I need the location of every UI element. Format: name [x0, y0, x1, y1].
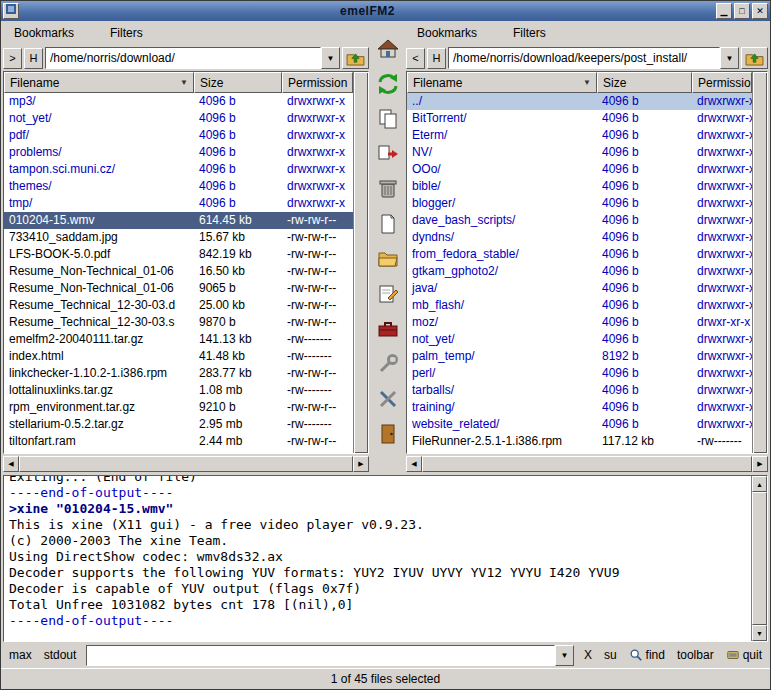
- trash-button[interactable]: [374, 177, 401, 203]
- toolbar-button[interactable]: toolbar: [675, 647, 716, 663]
- file-row[interactable]: tarballs/4096 bdrwxrwxr-x: [407, 382, 752, 399]
- left-home-letter-button[interactable]: H: [24, 48, 43, 69]
- toolbox-button[interactable]: [374, 317, 401, 343]
- file-row[interactable]: Resume_Technical_12-30-03.d25.00 kb-rw-r…: [4, 297, 353, 314]
- scroll-left-arrow-icon[interactable]: ◀: [3, 456, 19, 472]
- left-col-size[interactable]: Size: [194, 72, 282, 93]
- right-history-button[interactable]: <: [406, 48, 425, 69]
- file-row[interactable]: bible/4096 bdrwxrwxr-x: [407, 178, 752, 195]
- x-kill-button[interactable]: X: [582, 647, 594, 663]
- quit-button[interactable]: quit: [724, 647, 764, 663]
- left-col-filename[interactable]: Filename ▼: [4, 72, 194, 93]
- scroll-left-arrow-icon[interactable]: ◀: [406, 456, 422, 472]
- scroll-up-arrow-icon[interactable]: ▲: [752, 476, 767, 492]
- scroll-right-arrow-icon[interactable]: ▶: [353, 456, 369, 472]
- file-row[interactable]: 010204-15.wmv614.45 kb-rw-rw-r--: [4, 212, 353, 229]
- file-row[interactable]: Resume_Non-Technical_01-069065 b-rw-rw-r…: [4, 280, 353, 297]
- file-row[interactable]: ../4096 bdrwxrwxr-x: [407, 93, 752, 110]
- left-gohome-button[interactable]: [342, 47, 369, 69]
- left-history-button[interactable]: >: [3, 48, 22, 69]
- file-row[interactable]: not_yet/4096 bdrwxrwxr-x: [407, 331, 752, 348]
- file-row[interactable]: tmp/4096 bdrwxrwxr-x: [4, 195, 353, 212]
- file-row[interactable]: FileRunner-2.5.1-1.i386.rpm117.12 kb-rw-…: [407, 433, 752, 450]
- find-button[interactable]: find: [627, 647, 667, 663]
- file-row[interactable]: website_related/4096 bdrwxrwxr-x: [407, 416, 752, 433]
- left-horizontal-scrollbar[interactable]: ◀ ▶: [3, 456, 369, 472]
- file-row[interactable]: index.html41.48 kb-rw-------: [4, 348, 353, 365]
- file-row[interactable]: gtkam_gphoto2/4096 bdrwxrwxr-x: [407, 263, 752, 280]
- file-row[interactable]: 733410_saddam.jpg15.67 kb-rw-rw-r--: [4, 229, 353, 246]
- file-row[interactable]: dyndns/4096 bdrwxrwxr-x: [407, 229, 752, 246]
- file-row[interactable]: OOo/4096 bdrwxrwxr-x: [407, 161, 752, 178]
- scroll-right-arrow-icon[interactable]: ▶: [752, 456, 768, 472]
- titlebar[interactable]: emelFM2 ▁ □ ✕: [1, 1, 770, 21]
- file-row[interactable]: blogger/4096 bdrwxrwxr-x: [407, 195, 752, 212]
- file-row[interactable]: dave_bash_scripts/4096 bdrwxrwxr-x: [407, 212, 752, 229]
- copy-button[interactable]: [374, 107, 401, 133]
- left-path-input[interactable]: [45, 47, 321, 69]
- left-path-dropdown-button[interactable]: ▼: [321, 47, 340, 69]
- file-row[interactable]: problems/4096 bdrwxrwxr-x: [4, 144, 353, 161]
- file-row[interactable]: Resume_Non-Technical_01-0616.50 kb-rw-rw…: [4, 263, 353, 280]
- file-row[interactable]: LFS-BOOK-5.0.pdf842.19 kb-rw-rw-r--: [4, 246, 353, 263]
- file-row[interactable]: Eterm/4096 bdrwxrwxr-x: [407, 127, 752, 144]
- edit-button[interactable]: [374, 282, 401, 308]
- file-row[interactable]: not_yet/4096 bdrwxrwxr-x: [4, 110, 353, 127]
- file-row[interactable]: mb_flash/4096 bdrwxrwxr-x: [407, 297, 752, 314]
- right-home-letter-button[interactable]: H: [427, 48, 446, 69]
- left-menu-bookmarks[interactable]: Bookmarks: [10, 24, 78, 42]
- max-button[interactable]: max: [7, 647, 34, 663]
- scroll-thumb[interactable]: [19, 456, 353, 472]
- left-vertical-scrollbar[interactable]: [353, 72, 368, 453]
- open-folder-button[interactable]: [374, 247, 401, 273]
- file-row[interactable]: tiltonfart.ram2.44 mb-rw-rw-r--: [4, 433, 353, 450]
- home-button[interactable]: [374, 37, 401, 63]
- file-row[interactable]: perl/4096 bdrwxrwxr-x: [407, 365, 752, 382]
- output-vertical-scrollbar[interactable]: ▲ ▼: [751, 476, 767, 641]
- scroll-thumb[interactable]: [422, 456, 752, 472]
- new-file-button[interactable]: [374, 212, 401, 238]
- right-menu-filters[interactable]: Filters: [509, 24, 550, 42]
- window-menu-button[interactable]: [3, 3, 19, 19]
- file-row[interactable]: training/4096 bdrwxrwxr-x: [407, 399, 752, 416]
- file-row[interactable]: from_fedora_stable/4096 bdrwxrwxr-x: [407, 246, 752, 263]
- right-path-dropdown-button[interactable]: ▼: [720, 47, 739, 69]
- right-horizontal-scrollbar[interactable]: ◀ ▶: [406, 456, 768, 472]
- file-row[interactable]: lottalinuxlinks.tar.gz1.08 mb-rw-------: [4, 382, 353, 399]
- file-row[interactable]: mp3/4096 bdrwxrwxr-x: [4, 93, 353, 110]
- right-menu-bookmarks[interactable]: Bookmarks: [413, 24, 481, 42]
- right-gohome-button[interactable]: [741, 47, 768, 69]
- command-input[interactable]: [86, 645, 555, 666]
- right-path-input[interactable]: [448, 47, 720, 69]
- command-dropdown-button[interactable]: ▼: [555, 645, 574, 666]
- file-row[interactable]: linkchecker-1.10.2-1.i386.rpm283.77 kb-r…: [4, 365, 353, 382]
- file-row[interactable]: NV/4096 bdrwxrwxr-x: [407, 144, 752, 161]
- file-row[interactable]: java/4096 bdrwxrwxr-x: [407, 280, 752, 297]
- left-menu-filters[interactable]: Filters: [106, 24, 147, 42]
- left-col-permission[interactable]: Permission: [282, 72, 353, 93]
- file-row[interactable]: themes/4096 bdrwxrwxr-x: [4, 178, 353, 195]
- file-row[interactable]: BitTorrent/4096 bdrwxrwxr-x: [407, 110, 752, 127]
- file-row[interactable]: emelfm2-20040111.tar.gz141.13 kb-rw-----…: [4, 331, 353, 348]
- right-vertical-scrollbar[interactable]: [752, 72, 767, 453]
- file-row[interactable]: tampon.sci.muni.cz/4096 bdrwxrwxr-x: [4, 161, 353, 178]
- maximize-button[interactable]: □: [734, 3, 750, 19]
- exit-button[interactable]: [374, 422, 401, 448]
- file-row[interactable]: pdf/4096 bdrwxrwxr-x: [4, 127, 353, 144]
- refresh-button[interactable]: [374, 72, 401, 98]
- scroll-thumb[interactable]: [752, 492, 767, 625]
- file-row[interactable]: palm_temp/8192 bdrwxrwxr-x: [407, 348, 752, 365]
- close-button[interactable]: ✕: [752, 3, 768, 19]
- scroll-down-arrow-icon[interactable]: ▼: [752, 625, 767, 641]
- right-col-size[interactable]: Size: [597, 72, 692, 93]
- wrench-button[interactable]: [374, 352, 401, 378]
- file-row[interactable]: rpm_environment.tar.gz9210 b-rw-rw-r--: [4, 399, 353, 416]
- su-button[interactable]: su: [602, 647, 619, 663]
- file-row[interactable]: stellarium-0.5.2.tar.gz2.95 mb-rw-------: [4, 416, 353, 433]
- file-row[interactable]: moz/4096 bdrwxr-xr-x: [407, 314, 752, 331]
- right-col-filename[interactable]: Filename ▼: [407, 72, 597, 93]
- move-button[interactable]: [374, 142, 401, 168]
- stdout-button[interactable]: stdout: [42, 647, 79, 663]
- right-col-permission[interactable]: Permission: [692, 72, 752, 93]
- tools-button[interactable]: [374, 387, 401, 413]
